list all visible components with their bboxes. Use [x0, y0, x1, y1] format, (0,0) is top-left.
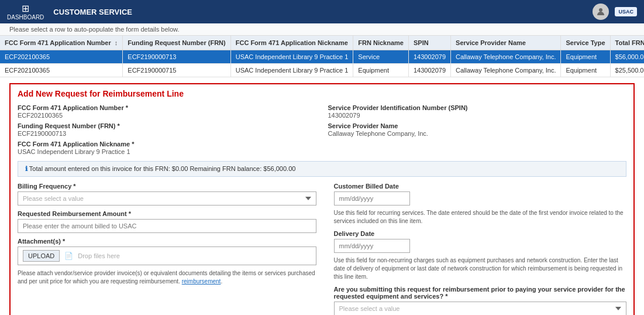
table-cell-total_frn: $56,000.00 — [610, 50, 644, 64]
info-bar: Please select a row to auto-populate the… — [0, 23, 644, 36]
delivery-date-helper: Use this field for non-recurring charges… — [334, 256, 627, 281]
avatar — [593, 4, 609, 20]
dashboard-label: DASHBOARD — [7, 14, 44, 20]
customer-billed-label: Customer Billed Date — [334, 183, 627, 190]
attachments-group: Attachment(s) * UPLOAD 📄 Drop files here… — [18, 238, 316, 286]
fcc-nickname-label: FCC Form 471 Application Nickname * — [18, 141, 316, 148]
spin-label: Service Provider Identification Number (… — [328, 104, 627, 111]
table-cell-fcc_form: ECF202100365 — [0, 64, 123, 77]
sort-icon: ↕ — [115, 39, 118, 46]
col-service-type: Service Type — [561, 36, 610, 50]
table-cell-total_frn: $25,500.00 — [610, 64, 644, 77]
info-icon: ℹ — [25, 165, 27, 172]
fcc-nickname-value: USAC Independent Library 9 Practice 1 — [18, 148, 316, 155]
info-bar-text: Please select a row to auto-populate the… — [9, 26, 179, 33]
header: ⊞ DASHBOARD CUSTOMER SERVICE USAC — [0, 0, 644, 23]
header-right: USAC — [593, 4, 637, 20]
table-cell-provider: Callaway Telephone Company, Inc. — [451, 64, 561, 77]
drop-text: Drop files here — [78, 252, 120, 259]
frn-table-container: FCC Form 471 Application Number ↕ Fundin… — [0, 36, 644, 77]
customer-billed-group: Customer Billed Date Use this field for … — [334, 183, 627, 225]
section-title: CUSTOMER SERVICE — [53, 8, 132, 16]
frn-table: FCC Form 471 Application Number ↕ Fundin… — [0, 36, 644, 77]
right-col: Customer Billed Date Use this field for … — [328, 183, 627, 315]
customer-billed-helper: Use this field for recurring services. T… — [334, 209, 627, 225]
spin-field: Service Provider Identification Number (… — [328, 104, 627, 119]
frn-label: Funding Request Number (FRN) * — [18, 122, 316, 129]
spin-value: 143002079 — [328, 112, 627, 119]
table-cell-service_type: Equipment — [561, 50, 610, 64]
billing-frequency-select[interactable]: Please select a value — [18, 191, 316, 206]
svg-point-0 — [599, 8, 602, 12]
drop-icon: 📄 — [64, 252, 73, 260]
provider-field: Service Provider Name Callaway Telephone… — [328, 122, 627, 137]
col-nickname: FCC Form 471 Application Nickname — [230, 36, 353, 50]
table-cell-frn_nickname: Equipment — [353, 64, 409, 77]
upload-area: UPLOAD 📄 Drop files here — [18, 246, 316, 265]
col-fcc-form[interactable]: FCC Form 471 Application Number ↕ — [0, 36, 123, 50]
col-total-frn: Total FRN Cost — [610, 36, 644, 50]
delivery-date-input[interactable] — [334, 239, 410, 253]
dashboard-nav[interactable]: ⊞ DASHBOARD — [7, 3, 44, 20]
prior-payment-group: Are you submitting this request for reim… — [334, 286, 627, 315]
frn-field: Funding Request Number (FRN) * ECF219000… — [18, 122, 316, 137]
table-cell-provider: Callaway Telephone Company, Inc. — [451, 50, 561, 64]
billing-frequency-group: Billing Frequency * Please select a valu… — [18, 183, 316, 206]
user-icon — [596, 7, 605, 16]
billing-frequency-label: Billing Frequency * — [18, 183, 316, 190]
table-cell-frn_nickname: Service — [353, 50, 409, 64]
fcc-form-value: ECF202100365 — [18, 112, 316, 119]
frn-value: ECF2190000713 — [18, 130, 316, 137]
reimbursement-form: Add New Request for Reimbursement Line F… — [9, 83, 635, 315]
table-cell-spin: 143002079 — [408, 64, 450, 77]
table-row[interactable]: ECF202100365ECF2190000715USAC Independen… — [0, 64, 644, 77]
form-inputs-row1: Billing Frequency * Please select a valu… — [18, 183, 626, 315]
reimbursement-input[interactable] — [18, 219, 316, 233]
col-provider: Service Provider Name — [451, 36, 561, 50]
fcc-form-field: FCC Form 471 Application Number * ECF202… — [18, 104, 316, 119]
table-cell-nickname: USAC Independent Library 9 Practice 1 — [230, 50, 353, 64]
table-cell-frn: ECF2190000715 — [123, 64, 230, 77]
prior-payment-label: Are you submitting this request for reim… — [334, 286, 627, 300]
main-content: Please select a row to auto-populate the… — [0, 23, 644, 315]
customer-billed-input[interactable] — [334, 191, 410, 206]
reimbursement-amount-group: Requested Reimbursement Amount * — [18, 210, 316, 233]
provider-value: Callaway Telephone Company, Inc. — [328, 130, 627, 137]
table-cell-service_type: Equipment — [561, 64, 610, 77]
reimbursement-label: Requested Reimbursement Amount * — [18, 210, 316, 217]
form-title: Add New Request for Reimbursement Line — [18, 89, 626, 98]
reimbursement-link[interactable]: reimbursement — [182, 278, 221, 285]
table-cell-frn: ECF2190000713 — [123, 50, 230, 64]
delivery-date-label: Delivery Date — [334, 230, 627, 237]
table-cell-spin: 143002079 — [408, 50, 450, 64]
form-info-grid: FCC Form 471 Application Number * ECF202… — [18, 104, 626, 155]
attachments-label: Attachment(s) * — [18, 238, 316, 245]
left-col: Billing Frequency * Please select a valu… — [18, 183, 316, 315]
dashboard-icon: ⊞ — [22, 3, 29, 14]
prior-payment-select[interactable]: Please select a value — [334, 302, 627, 315]
provider-label: Service Provider Name — [328, 122, 627, 129]
table-row[interactable]: ECF202100365ECF2190000713USAC Independen… — [0, 50, 644, 64]
notice-bar: ℹ Total amount entered on this invoice f… — [18, 161, 626, 177]
usac-logo: USAC — [615, 7, 637, 16]
col-spin: SPIN — [408, 36, 450, 50]
table-cell-fcc_form: ECF202100365 — [0, 50, 123, 64]
col-frn: Funding Request Number (FRN) — [123, 36, 230, 50]
fcc-form-label: FCC Form 471 Application Number * — [18, 104, 316, 111]
attach-note: Please attach vendor/service provider in… — [18, 269, 316, 286]
delivery-date-group: Delivery Date Use this field for non-rec… — [334, 230, 627, 281]
upload-button[interactable]: UPLOAD — [23, 250, 60, 262]
col-frn-nickname: FRN Nickname — [353, 36, 409, 50]
notice-text: Total amount entered on this invoice for… — [29, 165, 296, 172]
fcc-nickname-field: FCC Form 471 Application Nickname * USAC… — [18, 141, 316, 155]
table-cell-nickname: USAC Independent Library 9 Practice 1 — [230, 64, 353, 77]
